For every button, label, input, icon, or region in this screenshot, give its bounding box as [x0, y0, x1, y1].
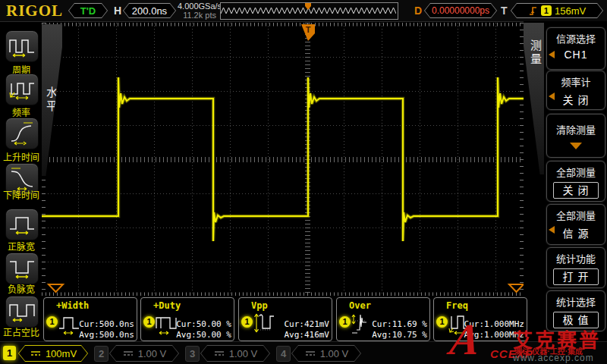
dc-coupling-icon — [213, 350, 225, 357]
vpp-icon — [253, 312, 276, 336]
frequency-icon — [8, 77, 36, 102]
sidebar-item-frequency[interactable] — [5, 74, 39, 105]
measurement-panel-pduty: +Duty 1 Cur:50.00 %Avg:50.00 % Min:50.00… — [140, 297, 234, 341]
channel-1-badge: 1 — [46, 316, 58, 328]
left-offscreen-arrow-icon — [49, 284, 63, 292]
oscilloscope-screen: RIGOL T'D H 200.0ns 4.000GSa/s 11.2k pts — [0, 0, 607, 364]
waveform-display-area: T 水平 — [42, 23, 524, 296]
period-icon — [8, 34, 36, 58]
dc-coupling-icon — [122, 350, 134, 357]
menu-statistic-select[interactable]: 统计选择 极 值 — [546, 290, 605, 331]
memory-waveform-strip[interactable] — [220, 2, 398, 20]
sample-rate: 4.000GSa/s 11.2k pts — [178, 2, 222, 20]
rising-edge-icon — [528, 5, 538, 16]
channel-1-badge: 1 — [436, 316, 448, 328]
plus-width-icon — [58, 313, 81, 336]
trigger-channel-badge: 1 — [541, 5, 552, 16]
timebase-display[interactable]: 200.0ns — [123, 3, 176, 18]
positive-width-icon — [8, 212, 36, 237]
menu-all-measure-source[interactable]: 全部测量 信 源 — [546, 204, 605, 245]
negative-width-icon — [8, 256, 36, 281]
menu-source-select[interactable]: 信源选择 CH1 — [546, 27, 605, 70]
channel-1-badge: 1 — [339, 316, 351, 328]
overshoot-icon — [351, 312, 374, 336]
menu-all-measure-switch[interactable]: 全部测量 关 闭 — [546, 161, 605, 202]
horizontal-label: H — [114, 5, 121, 17]
menu-clear-measure[interactable]: 清除测量 — [546, 114, 605, 158]
measurement-panel-vpp: Vpp 1 Cur:421mVAvg:416mV Min:403mVMax:43… — [238, 297, 332, 341]
svg-text:T: T — [306, 25, 311, 34]
measurement-panel-freq: Freq 1 Cur:1.000MHzAvg:1.000MHz Min:1.00… — [433, 297, 527, 341]
menu-statistic-function[interactable]: 统计功能 打 开 — [546, 247, 605, 288]
channel-1-badge: 1 — [241, 316, 253, 328]
measure-menu-panel: 测量 信源选择 CH1 频率计 关 闭 清除测量 全部测量 关 闭 全部测量 信… — [524, 21, 607, 343]
measurement-panel-overshoot: Over 1 Cur:11.69 %Avg:10.75 % Min:8.086 … — [336, 297, 430, 341]
tab-measure[interactable]: 测量 — [524, 23, 544, 174]
left-arrow-icon — [549, 226, 555, 234]
sidebar-item-rise-time[interactable] — [5, 118, 39, 149]
trigger-position-marker: T — [301, 24, 315, 41]
channel-status-bar: 1 100mV 2 1.00 V — [0, 341, 607, 364]
plus-duty-icon — [156, 313, 178, 336]
trigger-info-display[interactable]: 1 156mV — [511, 3, 603, 18]
trigger-status-badge: T'D — [68, 3, 108, 18]
sidebar-item-positive-width[interactable] — [5, 209, 39, 240]
graticule-and-trace: T — [42, 23, 524, 296]
top-status-bar: RIGOL T'D H 200.0ns 4.000GSa/s 11.2k pts — [0, 0, 607, 22]
rigol-logo: RIGOL — [6, 2, 63, 20]
trigger-label: T — [501, 5, 508, 17]
memory-waveform-icon — [221, 3, 396, 17]
menu-frequency-counter[interactable]: 频率计 关 闭 — [546, 71, 605, 110]
left-arrow-icon — [549, 51, 555, 58]
positive-duty-icon — [8, 300, 36, 324]
delay-label: D — [414, 5, 422, 17]
measurement-panel-pwidth: +Width 1 Cur:500.0nsAvg:500.0ns Min:500.… — [43, 297, 137, 341]
right-offscreen-arrow-icon — [509, 284, 524, 292]
left-arrow-icon — [549, 93, 555, 100]
sidebar-item-negative-width[interactable] — [5, 253, 39, 284]
dc-coupling-icon — [304, 350, 316, 357]
sidebar-item-positive-duty[interactable] — [5, 296, 39, 328]
delay-display[interactable]: 0.00000000ps — [424, 3, 497, 18]
sidebar-item-period[interactable] — [5, 30, 39, 62]
dc-coupling-icon — [30, 350, 42, 357]
channel-1-badge: 1 — [143, 316, 155, 328]
rise-time-icon — [8, 121, 36, 146]
down-arrow-icon — [570, 143, 582, 149]
